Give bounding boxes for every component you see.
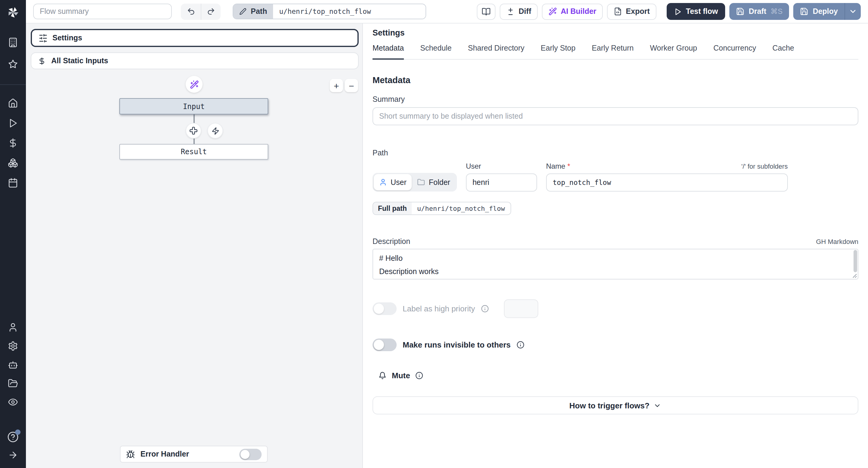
description-scrollbar[interactable] [854, 250, 857, 272]
result-node[interactable]: Result [119, 144, 268, 160]
invisible-runs-toggle[interactable] [373, 338, 397, 351]
pencil-icon [239, 8, 247, 15]
sidebar-item-home[interactable] [0, 95, 26, 111]
help-badge [15, 430, 21, 435]
description-textarea[interactable]: # Hello Description works [373, 249, 858, 279]
deploy-options-button[interactable] [844, 3, 861, 20]
sidebar-item-users[interactable] [0, 319, 26, 335]
path-label: Path [251, 7, 267, 16]
docs-button[interactable] [477, 3, 496, 20]
help-button[interactable] [0, 428, 26, 445]
full-path-value: u/henri/top_notch_flow [412, 202, 510, 214]
error-handler-node[interactable]: Error Handler [120, 446, 268, 463]
sidebar-item-runs[interactable] [0, 114, 26, 131]
info-icon[interactable] [415, 372, 424, 379]
sidebar-item-favorites[interactable] [0, 56, 26, 72]
tab-cache[interactable]: Cache [772, 44, 794, 59]
tab-metadata[interactable]: Metadata [373, 44, 404, 60]
export-label: Export [626, 7, 650, 16]
deploy-button[interactable]: Deploy [794, 3, 844, 20]
test-flow-button[interactable]: Test flow [667, 3, 725, 20]
flow-summary-input[interactable] [33, 4, 172, 19]
path-edit-button[interactable]: Path [233, 4, 273, 19]
bell-icon [378, 372, 386, 379]
robot-icon [8, 359, 18, 370]
sidebar-item-workspace[interactable] [0, 34, 26, 51]
bug-icon [126, 449, 135, 459]
info-icon[interactable] [517, 341, 524, 349]
redo-button[interactable] [201, 3, 221, 20]
wand-icon [549, 7, 557, 16]
chevron-down-icon [849, 7, 857, 16]
how-to-trigger-button[interactable]: How to trigger flows? [373, 396, 858, 414]
zoom-out-button[interactable]: − [345, 79, 358, 92]
flow-settings-button[interactable]: Settings [31, 29, 359, 47]
draft-label: Draft [749, 7, 766, 16]
file-code-icon [614, 7, 622, 16]
sidebar-item-schedules[interactable] [0, 174, 26, 191]
sidebar-item-ai[interactable] [0, 356, 26, 373]
owner-user-button[interactable]: User [374, 174, 412, 190]
name-field-label: Name * [546, 162, 570, 170]
path-value-input[interactable] [273, 4, 426, 19]
zoom-in-button[interactable]: + [330, 79, 343, 92]
expand-sidebar-button[interactable] [0, 446, 26, 463]
sidebar-item-audit[interactable] [0, 393, 26, 410]
mute-row: Mute [378, 371, 858, 380]
tab-worker-group[interactable]: Worker Group [650, 44, 697, 59]
owner-folder-button[interactable]: Folder [412, 174, 456, 190]
resize-handle-icon[interactable] [852, 273, 857, 278]
add-step-button[interactable] [186, 123, 201, 138]
wand-sparkles-icon [190, 80, 198, 89]
sidebar-item-folders[interactable] [0, 375, 26, 392]
tab-early-stop[interactable]: Early Stop [541, 44, 575, 59]
all-static-inputs-button[interactable]: All Static Inputs [31, 53, 359, 69]
info-icon[interactable] [481, 305, 489, 312]
high-priority-row: Label as high priority [373, 299, 858, 318]
all-static-inputs-label: All Static Inputs [51, 57, 108, 65]
diff-button[interactable]: Diff [500, 3, 538, 20]
sidebar-item-settings[interactable] [0, 337, 26, 354]
export-button[interactable]: Export [607, 3, 656, 20]
tab-concurrency[interactable]: Concurrency [713, 44, 756, 59]
draft-button[interactable]: Draft⌘S [730, 3, 789, 20]
owner-user-label: User [391, 178, 407, 187]
error-handler-toggle[interactable] [239, 448, 261, 460]
windmill-logo[interactable] [6, 5, 20, 19]
name-input[interactable] [546, 173, 788, 192]
path-row: User Folder User Name * [373, 162, 858, 192]
app: Path Diff AI Builder Export Test flow Dr… [0, 0, 868, 468]
sidebar-item-resources[interactable] [0, 154, 26, 171]
home-icon [8, 98, 18, 108]
eye-icon [8, 397, 18, 407]
how-to-trigger-label: How to trigger flows? [569, 401, 650, 410]
person-icon [379, 178, 387, 186]
subfolder-hint: '/' for subfolders [741, 163, 788, 170]
topbar: Path Diff AI Builder Export Test flow Dr… [26, 0, 868, 24]
owner-folder-label: Folder [429, 178, 450, 187]
tab-schedule[interactable]: Schedule [420, 44, 452, 59]
mute-label: Mute [392, 371, 410, 380]
high-priority-toggle[interactable] [373, 302, 397, 315]
description-label-row: Description GH Markdown [373, 237, 858, 246]
star-icon [8, 59, 18, 69]
sidebar-item-variables[interactable] [0, 134, 26, 151]
input-node[interactable]: Input [119, 98, 268, 114]
tab-shared-directory[interactable]: Shared Directory [468, 44, 525, 59]
dollar-icon [38, 57, 46, 65]
invisible-runs-row: Make runs invisible to others [373, 338, 858, 351]
boxes-icon [8, 158, 18, 168]
main: Path Diff AI Builder Export Test flow Dr… [26, 0, 868, 468]
summary-input[interactable] [373, 107, 858, 125]
settings-tabs: Metadata Schedule Shared Directory Early… [373, 44, 858, 60]
undo-button[interactable] [181, 3, 201, 20]
tab-early-return[interactable]: Early Return [592, 44, 633, 59]
folder-icon [417, 178, 425, 186]
ai-flow-button[interactable] [186, 76, 203, 93]
undo-redo-group [181, 3, 221, 20]
gear-icon [8, 341, 18, 351]
add-trigger-button[interactable] [207, 123, 223, 138]
ai-builder-button[interactable]: AI Builder [542, 3, 603, 20]
book-open-icon [482, 7, 491, 16]
user-input[interactable] [466, 173, 537, 192]
